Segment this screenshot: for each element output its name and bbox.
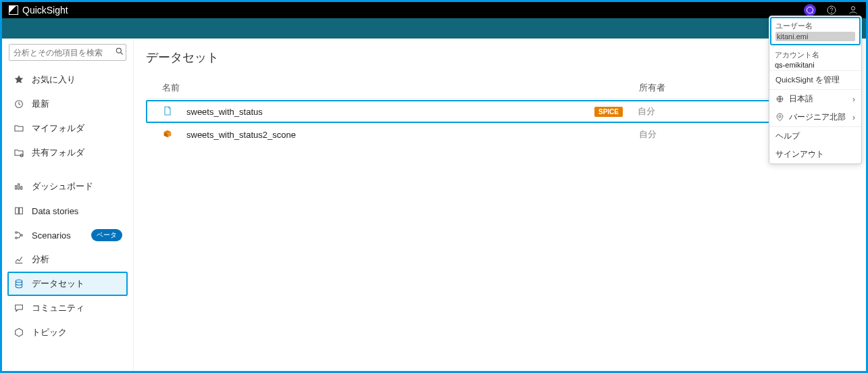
user-menu-region[interactable]: バージニア北部 › (769, 108, 861, 126)
sidebar-item-analyses[interactable]: 分析 (7, 247, 128, 272)
user-menu-help[interactable]: ヘルプ (769, 127, 861, 145)
clock-icon (13, 98, 25, 110)
sidebar-item-scenarios[interactable]: Scenarios ベータ (7, 223, 128, 247)
svg-rect-9 (16, 186, 17, 189)
sidebar-item-label: データセット (32, 278, 84, 290)
globe-icon (775, 95, 785, 104)
row-owner: 自分 (638, 105, 780, 118)
spice-badge: SPICE (594, 107, 623, 117)
sidebar-item-topics[interactable]: トピック (7, 320, 128, 345)
user-menu-user-value: kitani.emi (775, 32, 855, 41)
svg-point-14 (21, 234, 23, 237)
sidebar-item-favorites[interactable]: お気に入り (7, 68, 128, 92)
sidebar-item-label: ダッシュボード (32, 180, 93, 193)
user-menu-user-label: ユーザー名 (775, 21, 855, 31)
user-menu-account-section: アカウント名 qs-emikitani (769, 46, 861, 70)
sidebar-item-label: コミュニティ (32, 302, 84, 314)
chat-icon (13, 302, 25, 314)
svg-point-5 (779, 115, 781, 117)
help-icon[interactable] (825, 4, 838, 16)
sidebar-item-label: お気に入り (32, 74, 76, 86)
svg-rect-11 (21, 186, 22, 189)
topic-icon (13, 326, 25, 339)
user-menu-account-label: アカウント名 (775, 50, 856, 60)
svg-point-2 (832, 12, 832, 13)
dataset-name: sweets_with_status2_scone (186, 130, 296, 140)
chevron-right-icon: › (852, 95, 855, 104)
table-row[interactable]: sweets_with_status2_scone 自分 9日前 (146, 123, 848, 146)
svg-point-13 (16, 237, 18, 239)
sidebar-item-sharedfolder[interactable]: 共有フォルダ (7, 141, 128, 165)
header-band (2, 18, 866, 39)
user-icon[interactable] (847, 4, 859, 16)
table-header: 名前 所有者 最終更新日時 (146, 78, 848, 99)
search-input[interactable] (14, 48, 115, 57)
user-menu-language[interactable]: 日本語 › (769, 90, 861, 108)
location-icon (775, 113, 785, 122)
content-area: データセット 名前 所有者 最終更新日時 sweets_with_status … (134, 39, 866, 371)
spice-cube-icon (162, 128, 174, 141)
q-assistant-icon[interactable] (804, 4, 816, 16)
sidebar-item-community[interactable]: コミュニティ (7, 296, 128, 320)
dataset-icon (13, 278, 25, 290)
user-menu-manage[interactable]: QuickSight を管理 (769, 71, 861, 89)
user-menu-dropdown: ユーザー名 kitani.emi アカウント名 qs-emikitani Qui… (769, 16, 862, 164)
sidebar-item-myfolder[interactable]: マイフォルダ (7, 116, 128, 141)
file-icon (162, 105, 174, 118)
page-title: データセット (146, 49, 848, 66)
sidebar-item-label: 分析 (32, 253, 49, 266)
dashboard-icon (13, 180, 25, 193)
sidebar-item-datastories[interactable]: Data stories (7, 199, 128, 223)
search-box[interactable] (9, 44, 126, 61)
sidebar-item-label: Scenarios (32, 230, 71, 241)
chevron-right-icon: › (852, 113, 855, 122)
sidebar-item-label: マイフォルダ (32, 122, 84, 134)
svg-point-3 (851, 7, 854, 10)
sidebar-item-label: トピック (32, 326, 67, 339)
search-icon[interactable] (115, 47, 124, 58)
row-owner: 自分 (639, 128, 781, 141)
scenarios-icon (13, 229, 25, 241)
app-logo[interactable]: QuickSight (9, 5, 68, 16)
sidebar-item-dashboards[interactable]: ダッシュボード (7, 174, 128, 199)
svg-point-15 (16, 280, 22, 282)
folder-icon (13, 122, 25, 134)
beta-badge: ベータ (91, 229, 122, 241)
svg-point-6 (116, 48, 121, 53)
sidebar-item-label: Data stories (32, 206, 78, 216)
analysis-icon (13, 253, 25, 266)
sidebar: お気に入り 最新 マイフォルダ 共有フォルダ ダッシュボード Data (2, 39, 134, 371)
table-row[interactable]: sweets_with_status SPICE 自分 1分前 (146, 100, 848, 123)
column-header-name[interactable]: 名前 (162, 82, 639, 94)
user-menu-user-section: ユーザー名 kitani.emi (770, 17, 861, 45)
app-name: QuickSight (22, 5, 68, 16)
shared-folder-icon (13, 147, 25, 159)
sidebar-item-label: 最新 (32, 98, 49, 110)
column-header-owner[interactable]: 所有者 (639, 82, 781, 94)
user-menu-signout[interactable]: サインアウト (769, 145, 861, 164)
sidebar-item-recent[interactable]: 最新 (7, 92, 128, 116)
topbar: QuickSight (2, 2, 866, 18)
logo-mark-icon (9, 5, 18, 15)
svg-point-12 (16, 232, 18, 234)
sidebar-item-datasets[interactable]: データセット (7, 272, 128, 296)
user-menu-account-value: qs-emikitani (775, 61, 856, 69)
dataset-name: sweets_with_status (186, 107, 263, 117)
book-icon (13, 205, 25, 217)
star-icon (13, 74, 25, 86)
sidebar-item-label: 共有フォルダ (32, 147, 84, 159)
svg-rect-10 (18, 184, 20, 189)
